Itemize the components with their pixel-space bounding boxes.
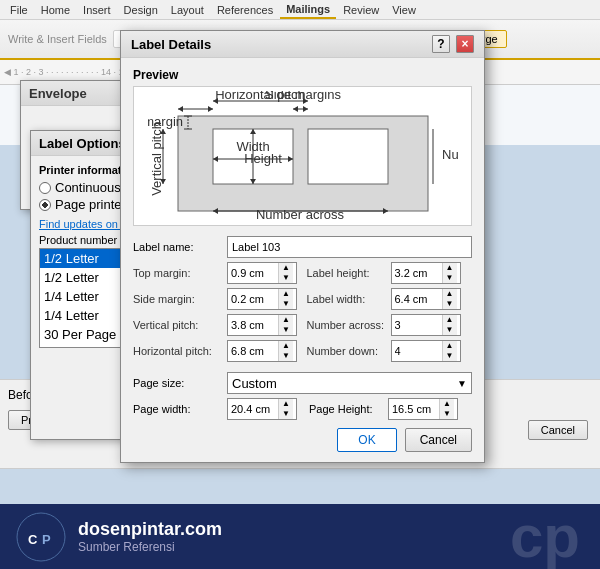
label-width-row: Label width: ▲ ▼ — [307, 288, 473, 310]
side-margin-row: Side margin: ▲ ▼ — [133, 288, 299, 310]
label-height-down[interactable]: ▼ — [443, 273, 457, 283]
vertical-pitch-up[interactable]: ▲ — [279, 315, 293, 325]
label-height-spinner[interactable]: ▲ ▼ — [442, 263, 457, 283]
vertical-pitch-spinner[interactable]: ▲ ▼ — [278, 315, 293, 335]
number-across-spinner[interactable]: ▲ ▼ — [442, 315, 457, 335]
top-margin-value[interactable] — [228, 263, 278, 283]
page-width-down[interactable]: ▼ — [279, 409, 293, 419]
vertical-pitch-label: Vertical pitch: — [133, 319, 223, 331]
side-margin-value[interactable] — [228, 289, 278, 309]
top-margin-spinner[interactable]: ▲ ▼ — [278, 263, 293, 283]
logo-site-name: dosenpintar.com — [78, 519, 222, 540]
preview-section: Preview — [133, 68, 472, 226]
help-btn[interactable]: ? — [432, 35, 450, 53]
side-margin-spinner[interactable]: ▲ ▼ — [278, 289, 293, 309]
page-width-input[interactable]: ▲ ▼ — [227, 398, 297, 420]
page-dimensions-row: Page width: ▲ ▼ Page Height: ▲ ▼ — [133, 398, 472, 420]
horizontal-pitch-up[interactable]: ▲ — [279, 341, 293, 351]
menu-mailings[interactable]: Mailings — [280, 1, 336, 19]
field-grid: Top margin: ▲ ▼ Side margin: — [133, 262, 472, 366]
svg-rect-3 — [308, 129, 388, 184]
label-width-input[interactable]: ▲ ▼ — [391, 288, 461, 310]
number-across-input[interactable]: ▲ ▼ — [391, 314, 461, 336]
number-down-input[interactable]: ▲ ▼ — [391, 340, 461, 362]
label-details-dialog: Label Details ? × Preview — [120, 30, 485, 463]
label-details-cancel-btn[interactable]: Cancel — [405, 428, 472, 452]
bottom-cancel-area: Cancel — [528, 420, 588, 440]
label-name-input[interactable] — [227, 236, 472, 258]
menu-insert[interactable]: Insert — [77, 2, 117, 18]
horizontal-pitch-down[interactable]: ▼ — [279, 351, 293, 361]
logo-watermark: cp — [510, 502, 580, 569]
number-across-up[interactable]: ▲ — [443, 315, 457, 325]
number-down-value[interactable] — [392, 341, 442, 361]
side-margin-up[interactable]: ▲ — [279, 289, 293, 299]
vertical-pitch-row: Vertical pitch: ▲ ▼ — [133, 314, 299, 336]
page-size-select[interactable]: Custom ▼ — [227, 372, 472, 394]
top-margin-label: Top margin: — [133, 267, 223, 279]
page-height-down[interactable]: ▼ — [440, 409, 454, 419]
label-details-ok-btn[interactable]: OK — [337, 428, 396, 452]
number-across-label: Number across: — [307, 319, 387, 331]
field-right-col: Label height: ▲ ▼ Label width: — [307, 262, 473, 366]
top-margin-row: Top margin: ▲ ▼ — [133, 262, 299, 284]
horizontal-pitch-value[interactable] — [228, 341, 278, 361]
horizontal-pitch-spinner[interactable]: ▲ ▼ — [278, 341, 293, 361]
menu-file[interactable]: File — [4, 2, 34, 18]
menu-home[interactable]: Home — [35, 2, 76, 18]
label-height-up[interactable]: ▲ — [443, 263, 457, 273]
menu-review[interactable]: Review — [337, 2, 385, 18]
label-width-down[interactable]: ▼ — [443, 299, 457, 309]
page-height-input[interactable]: ▲ ▼ — [388, 398, 458, 420]
page-height-value[interactable] — [389, 399, 439, 419]
label-height-input[interactable]: ▲ ▼ — [391, 262, 461, 284]
logo-svg: C P — [16, 512, 66, 562]
page-width-up[interactable]: ▲ — [279, 399, 293, 409]
svg-text:Horizontal pitch: Horizontal pitch — [215, 91, 305, 102]
vertical-pitch-value[interactable] — [228, 315, 278, 335]
logo-area: C P dosenpintar.com Sumber Referensi cp — [0, 504, 600, 569]
svg-text:Number across: Number across — [255, 207, 344, 221]
vertical-pitch-down[interactable]: ▼ — [279, 325, 293, 335]
vertical-pitch-input[interactable]: ▲ ▼ — [227, 314, 297, 336]
svg-text:P: P — [42, 532, 51, 547]
menu-references[interactable]: References — [211, 2, 279, 18]
envelope-title-text: Envelope — [29, 86, 87, 101]
number-down-down[interactable]: ▼ — [443, 351, 457, 361]
number-down-row: Number down: ▲ ▼ — [307, 340, 473, 362]
horizontal-pitch-input[interactable]: ▲ ▼ — [227, 340, 297, 362]
label-details-body: Preview — [121, 58, 484, 462]
page-width-value[interactable] — [228, 399, 278, 419]
label-height-value[interactable] — [392, 263, 442, 283]
label-name-label: Label name: — [133, 241, 223, 253]
side-margin-input[interactable]: ▲ ▼ — [227, 288, 297, 310]
label-width-up[interactable]: ▲ — [443, 289, 457, 299]
page-width-spinner[interactable]: ▲ ▼ — [278, 399, 293, 419]
number-down-spinner[interactable]: ▲ ▼ — [442, 341, 457, 361]
label-diagram: Side margins Top margin Horizontal pitch… — [148, 91, 458, 221]
side-margin-down[interactable]: ▼ — [279, 299, 293, 309]
bottom-cancel-btn[interactable]: Cancel — [528, 420, 588, 440]
logo-icon: C P — [16, 512, 66, 562]
page-size-label: Page size: — [133, 377, 223, 389]
menu-layout[interactable]: Layout — [165, 2, 210, 18]
svg-text:Height: Height — [244, 151, 282, 166]
label-width-value[interactable] — [392, 289, 442, 309]
top-margin-input[interactable]: ▲ ▼ — [227, 262, 297, 284]
page-height-spinner[interactable]: ▲ ▼ — [439, 399, 454, 419]
label-height-label: Label height: — [307, 267, 387, 279]
number-down-up[interactable]: ▲ — [443, 341, 457, 351]
menu-view[interactable]: View — [386, 2, 422, 18]
top-margin-up[interactable]: ▲ — [279, 263, 293, 273]
menu-design[interactable]: Design — [118, 2, 164, 18]
label-width-spinner[interactable]: ▲ ▼ — [442, 289, 457, 309]
top-margin-down[interactable]: ▼ — [279, 273, 293, 283]
page-height-up[interactable]: ▲ — [440, 399, 454, 409]
number-across-value[interactable] — [392, 315, 442, 335]
number-across-down[interactable]: ▼ — [443, 325, 457, 335]
page-size-value: Custom — [232, 376, 277, 391]
horizontal-pitch-row: Horizontal pitch: ▲ ▼ — [133, 340, 299, 362]
label-details-title-text: Label Details — [131, 37, 211, 52]
label-details-close-btn[interactable]: × — [456, 35, 474, 53]
page-size-row: Page size: Custom ▼ — [133, 372, 472, 394]
